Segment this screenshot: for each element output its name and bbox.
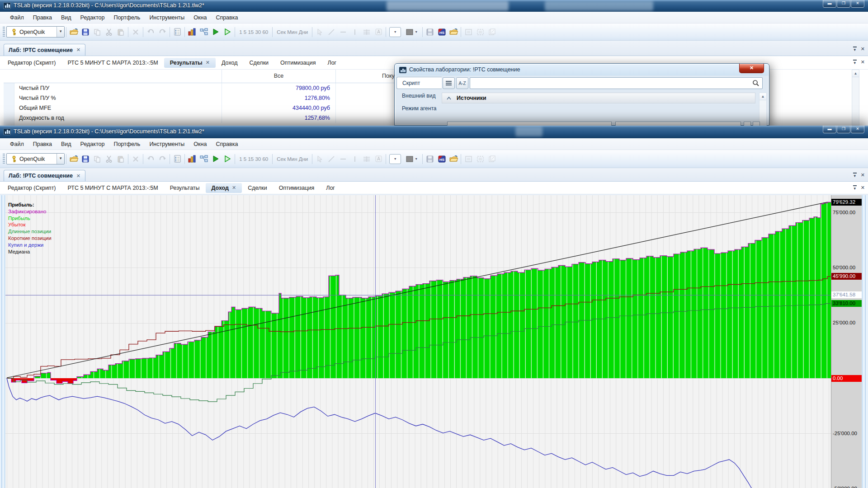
undo-button [145, 26, 156, 38]
restore-button[interactable]: ❐ [837, 126, 850, 133]
key-icon [10, 28, 18, 36]
tab-close-icon[interactable]: ✕ [861, 59, 865, 65]
connection-combo[interactable]: OpenQuik▼ [6, 153, 65, 164]
dialog-title: Свойства лаборатории: !РТС совмещение [409, 66, 520, 73]
menu-item-инструменты[interactable]: Инструменты [145, 139, 189, 149]
doc-tab-оптимизация[interactable]: Оптимизация [274, 58, 321, 68]
levels-tool-button [361, 153, 373, 165]
open-layout-button[interactable] [448, 153, 459, 165]
menu-item-вид[interactable]: Вид [57, 13, 76, 23]
chart-view-button[interactable] [186, 153, 198, 165]
open-file-button[interactable] [68, 26, 80, 38]
save-button[interactable] [80, 26, 91, 38]
menu-item-файл[interactable]: Файл [5, 13, 28, 23]
dialog-close-button[interactable]: ✕ [739, 64, 764, 73]
doc-tab-label: Доход [222, 60, 238, 66]
scroll-up-icon[interactable]: ▲ [852, 70, 859, 77]
minimize-button[interactable]: ▬ [823, 126, 836, 133]
script-diagram-button[interactable] [198, 153, 210, 165]
tab-list-icon[interactable]: ▼ [853, 185, 857, 191]
parameter-search-input[interactable] [470, 77, 763, 89]
dialog-tab-внешний-вид[interactable]: Внешний вид [396, 89, 442, 102]
tab-list-icon[interactable]: ▼ [853, 60, 857, 65]
doc-tab-close-icon[interactable]: ✕ [232, 185, 236, 191]
doc-tab-сделки[interactable]: Сделки [243, 58, 274, 68]
menu-item-окна[interactable]: Окна [189, 13, 211, 23]
connection-combo[interactable]: OpenQuik▼ [6, 26, 65, 38]
menu-item-портфель[interactable]: Портфель [109, 139, 145, 149]
close-button[interactable]: ✕ [851, 126, 864, 133]
menu-item-файл[interactable]: Файл [5, 139, 28, 149]
doc-tab-close-icon[interactable]: ✕ [206, 60, 210, 66]
lab-tab-close-icon[interactable]: ✕ [76, 47, 80, 53]
profit-chart-pane[interactable]: 79'629.3275'000.0050'000.0045'990.0037'6… [0, 194, 868, 488]
doc-tab-ртс-5-минут-с-марта-2013-5м[interactable]: РТС 5 МИНУТ С МАРТА 2013:-:5М [62, 183, 164, 193]
doc-tab-доход[interactable]: Доход [216, 58, 244, 68]
menu-item-окна[interactable]: Окна [189, 139, 211, 149]
dialog-tab-режим-агента[interactable]: Режим агента [396, 102, 442, 114]
script-diagram-button[interactable] [198, 26, 210, 38]
minimize-button[interactable]: ▬ [823, 0, 836, 8]
restore-button[interactable]: ❐ [837, 0, 850, 8]
menu-item-редактор[interactable]: Редактор [76, 139, 109, 149]
doc-tab-редактор-скрипт-[interactable]: Редактор (Скрипт) [2, 183, 62, 193]
window2-doc-tabs: Редактор (Скрипт)РТС 5 МИНУТ С МАРТА 201… [0, 182, 868, 194]
chevron-down-icon[interactable]: ▼ [57, 27, 64, 37]
window1-titlebar[interactable]: TSLab (версия 1.2.18.0:32bit) - C:\Users… [0, 0, 868, 12]
chevron-down-icon[interactable]: ▼ [57, 154, 64, 164]
run-agent-button[interactable] [222, 153, 233, 165]
doc-tab-оптимизация[interactable]: Оптимизация [273, 183, 320, 193]
close-button[interactable]: ✕ [851, 0, 864, 8]
menu-item-редактор[interactable]: Редактор [76, 13, 109, 23]
hotkeys-button[interactable]: HS [436, 153, 448, 165]
tab-close-icon[interactable]: ✕ [861, 172, 865, 178]
results-scrollbar[interactable]: ▲ [852, 70, 859, 126]
run-agent-button[interactable] [222, 26, 233, 38]
color-picker-dropdown[interactable]: ▼ [403, 153, 421, 165]
menu-item-правка[interactable]: Правка [28, 139, 57, 149]
window2-titlebar[interactable]: TSLab (версия 1.2.18.0:32bit) - C:\Users… [0, 126, 868, 138]
lab-tab[interactable]: Лаб: !РТС совмещение ✕ [4, 170, 85, 181]
doc-tab-лог[interactable]: Лог [320, 183, 341, 193]
tab-list-icon[interactable]: ▼ [853, 47, 857, 52]
menu-item-портфель[interactable]: Портфель [109, 13, 145, 23]
save-button[interactable] [80, 153, 91, 165]
dialog-scrollbar[interactable]: ▲ [759, 93, 767, 126]
menu-item-вид[interactable]: Вид [57, 139, 76, 149]
color-picker-dropdown[interactable]: ▼ [403, 26, 421, 38]
menu-item-инструменты[interactable]: Инструменты [145, 13, 189, 23]
doc-tab-сделки[interactable]: Сделки [242, 183, 273, 193]
open-file-button[interactable] [68, 153, 80, 165]
open-layout-button[interactable] [448, 26, 459, 38]
menu-item-справка[interactable]: Справка [211, 139, 242, 149]
sort-az-button[interactable]: A-Z [456, 77, 468, 89]
run-button[interactable] [210, 153, 222, 165]
doc-tab-ртс-5-минут-с-марта-2013-5м[interactable]: РТС 5 МИНУТ С МАРТА 2013:-:5М [62, 58, 164, 68]
copy-button [91, 153, 103, 165]
tab-close-icon[interactable]: ✕ [861, 185, 865, 191]
tab-close-icon[interactable]: ✕ [861, 46, 865, 52]
scroll-up-icon[interactable]: ▲ [760, 93, 766, 100]
dialog-tab-скрипт[interactable]: Скрипт [396, 77, 442, 89]
line-style-dropdown[interactable]: ▼ [387, 153, 403, 165]
lab-tab-close-icon[interactable]: ✕ [76, 173, 80, 179]
menu-item-правка[interactable]: Правка [28, 13, 57, 23]
lab-tab[interactable]: Лаб: !РТС совмещение ✕ [4, 44, 85, 56]
line-style-dropdown[interactable]: ▼ [387, 26, 403, 38]
menu-item-справка[interactable]: Справка [211, 13, 242, 23]
doc-tab-результаты[interactable]: Результаты [164, 183, 206, 193]
doc-tab-лог[interactable]: Лог [321, 58, 342, 68]
doc-tab-доход[interactable]: Доход✕ [206, 183, 242, 193]
hotkeys-button[interactable]: HS [436, 26, 448, 38]
script-properties-button[interactable] [171, 153, 183, 165]
script-properties-button[interactable] [171, 26, 183, 38]
categorized-view-button[interactable] [443, 77, 455, 89]
window2-menubar: ФайлПравкаВидРедакторПортфельИнструменты… [0, 138, 868, 150]
sources-section-header[interactable]: Источники [442, 93, 755, 103]
doc-tab-результаты[interactable]: Результаты✕ [164, 58, 216, 68]
chart-view-button[interactable] [186, 26, 198, 38]
tab-list-icon[interactable]: ▼ [853, 173, 857, 178]
doc-tab-редактор-скрипт-[interactable]: Редактор (Скрипт) [2, 58, 62, 68]
run-button[interactable] [210, 26, 222, 38]
profit-chart[interactable] [5, 195, 831, 488]
